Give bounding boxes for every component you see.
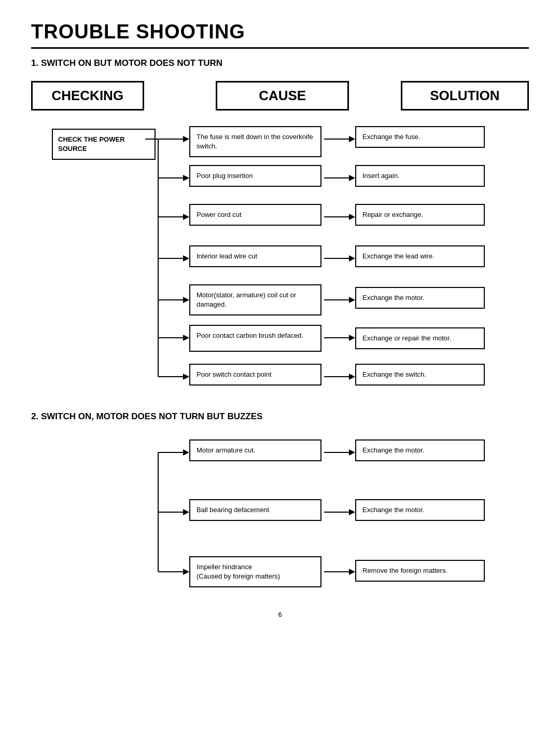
checking-box-text: CHECK THE POWER SOURCE	[58, 135, 125, 153]
solution-text-5: Exchange the motor.	[362, 294, 424, 301]
svg-marker-42	[349, 569, 355, 575]
cause-text-2: Poor plug insertion	[197, 172, 253, 180]
cause-text-3: Power cord cut	[197, 211, 242, 218]
cause-text-4: Interior lead wire cut	[197, 252, 257, 260]
s2-cause-box-2: Ball bearing defacement	[189, 499, 321, 521]
solution-box-7: Exchange the switch.	[355, 364, 485, 386]
section2-title: 2. SWITCH ON, MOTOR DOES NOT TURN BUT BU…	[31, 411, 529, 422]
svg-marker-23	[349, 255, 355, 262]
svg-marker-11	[183, 297, 189, 303]
cause-box-3: Power cord cut	[189, 204, 321, 226]
section1-flowchart: CHECK THE POWER SOURCE The fuse is melt …	[31, 121, 529, 396]
svg-marker-36	[183, 569, 189, 575]
section1-title: 1. SWITCH ON BUT MOTOR DOES NOT TURN	[31, 58, 529, 68]
s2-solution-text-1: Exchange the motor.	[362, 446, 424, 454]
s2-cause-box-1: Motor armature cut.	[189, 439, 321, 461]
svg-marker-13	[183, 335, 189, 341]
svg-marker-27	[349, 335, 355, 341]
svg-marker-21	[349, 214, 355, 220]
solution-text-7: Exchange the switch.	[362, 370, 426, 378]
solution-text-1: Exchange the fuse.	[362, 133, 420, 141]
solution-text-3: Repair or exchange.	[362, 211, 423, 218]
column-headers: CHECKING CAUSE SOLUTION	[31, 81, 529, 111]
solution-box-3: Repair or exchange.	[355, 204, 485, 226]
section2-flowchart: Motor armature cut. Exchange the motor. …	[31, 434, 529, 590]
svg-marker-34	[183, 509, 189, 515]
cause-box-1: The fuse is melt down in the coverknife …	[189, 126, 321, 157]
solution-box-5: Exchange the motor.	[355, 287, 485, 309]
page-number: 6	[31, 611, 529, 618]
cause-box-6: Poor contact carbon brush defaced.	[189, 325, 321, 352]
solution-box-2: Insert again.	[355, 165, 485, 187]
cause-box-4: Interior lead wire cut	[189, 245, 321, 267]
s2-solution-box-1: Exchange the motor.	[355, 439, 485, 461]
checking-box: CHECK THE POWER SOURCE	[52, 129, 156, 160]
solution-header: SOLUTION	[401, 81, 529, 111]
svg-marker-15	[183, 374, 189, 380]
s2-cause-text-2: Ball bearing defacement	[197, 506, 269, 514]
svg-marker-7	[183, 214, 189, 220]
s2-cause-text-1: Motor armature cut.	[197, 446, 255, 454]
svg-marker-25	[349, 297, 355, 303]
svg-marker-38	[349, 449, 355, 456]
solution-box-6: Exchange or repair the motor.	[355, 327, 485, 349]
s2-solution-box-2: Exchange the motor.	[355, 499, 485, 521]
svg-marker-32	[183, 449, 189, 456]
svg-marker-9	[183, 255, 189, 262]
solution-text-4: Exchange the lead wire.	[362, 252, 435, 260]
cause-text-7: Poor switch contact point	[197, 370, 272, 378]
svg-marker-29	[349, 374, 355, 380]
cause-text-5: Motor(stator, armature) coil cut or dama…	[197, 291, 296, 308]
cause-box-5: Motor(stator, armature) coil cut or dama…	[189, 284, 321, 315]
solution-text-2: Insert again.	[362, 172, 400, 180]
cause-text-6: Poor contact carbon brush defaced.	[197, 332, 303, 339]
checking-header: CHECKING	[31, 81, 144, 111]
solution-text-6: Exchange or repair the motor.	[362, 334, 451, 342]
solution-box-4: Exchange the lead wire.	[355, 245, 485, 267]
svg-marker-19	[349, 175, 355, 181]
page-title: TROUBLE SHOOTING	[31, 21, 529, 49]
s2-solution-text-2: Exchange the motor.	[362, 506, 424, 514]
cause-text-1: The fuse is melt down in the coverknife …	[197, 133, 313, 150]
svg-marker-17	[349, 136, 355, 142]
svg-marker-5	[183, 175, 189, 181]
cause-box-7: Poor switch contact point	[189, 364, 321, 386]
s2-solution-box-3: Remove the foreign matters.	[355, 560, 485, 582]
s2-cause-box-3: Impeller hindrance(Caused by foreign mat…	[189, 556, 321, 587]
svg-marker-40	[349, 509, 355, 515]
solution-box-1: Exchange the fuse.	[355, 126, 485, 148]
s2-cause-text-3: Impeller hindrance(Caused by foreign mat…	[197, 563, 280, 580]
cause-header: CAUSE	[216, 81, 349, 111]
s2-solution-text-3: Remove the foreign matters.	[362, 567, 447, 574]
svg-marker-3	[183, 136, 189, 142]
cause-box-2: Poor plug insertion	[189, 165, 321, 187]
